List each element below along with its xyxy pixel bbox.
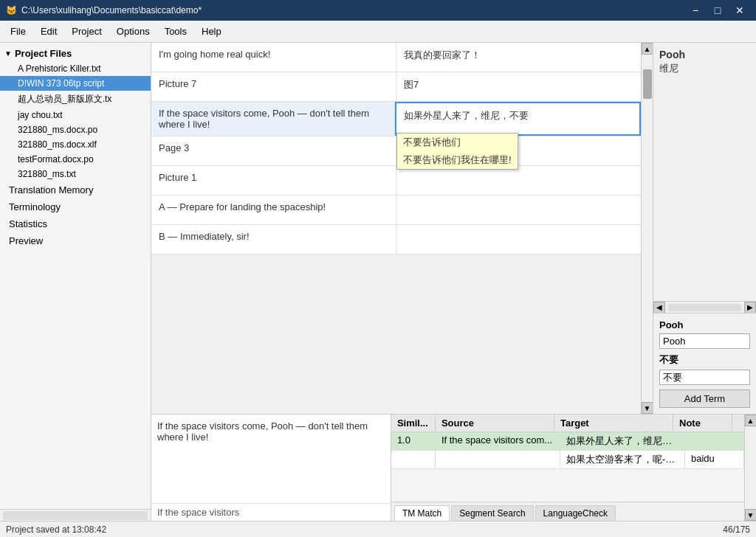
- status-progress: 46/175: [723, 524, 750, 535]
- tm-col-source-header: Source: [436, 415, 554, 432]
- sidebar-item-file-0[interactable]: A Prehistoric Killer.txt: [0, 61, 151, 76]
- vertical-scrollbar[interactable]: ▲ ▼: [641, 43, 653, 414]
- project-files-header[interactable]: ▼ Project Files: [0, 46, 151, 61]
- tm-scroll-up-button[interactable]: ▲: [745, 415, 757, 426]
- status-bar: Project saved at 13:08:42 46/175: [0, 521, 756, 537]
- tab-segment-search[interactable]: Segment Search: [451, 505, 533, 521]
- table-row: B — Immediately, sir!: [151, 225, 641, 254]
- menu-edit[interactable]: Edit: [33, 23, 64, 40]
- rp-field-2-input[interactable]: [659, 370, 750, 385]
- tm-header: Simil... Source Target Note: [391, 415, 744, 432]
- autocomplete-item-1[interactable]: 不要告诉他们我住在哪里!: [397, 151, 518, 169]
- rp-hscroll-left-button[interactable]: ◀: [653, 302, 665, 313]
- right-panel: Pooh 维尼 ◀ ▶ Pooh 不要 Add Term: [653, 43, 756, 414]
- rp-hscroll-right-button[interactable]: ▶: [744, 302, 756, 313]
- sidebar-item-file-3[interactable]: jay chou.txt: [0, 108, 151, 122]
- sidebar-scrollbar-track[interactable]: [3, 511, 148, 520]
- segment-source-4: Picture 1: [151, 166, 396, 195]
- maximize-button[interactable]: □: [707, 3, 728, 18]
- window-title: C:\Users\xulihang\Documents\basiccat\dem…: [21, 5, 202, 15]
- tm-col-right-header: [732, 415, 744, 432]
- segment-target-1[interactable]: 图7: [396, 72, 641, 101]
- tm-scroll-down-button[interactable]: ▼: [745, 509, 757, 521]
- segment-target-text-2: 如果外星人来了，维尼，不要: [404, 110, 529, 121]
- segment-table: I'm going home real quick! 我真的要回家了！ Pict…: [151, 43, 641, 414]
- tm-vertical-scroll[interactable]: ▲ ▼: [744, 415, 756, 521]
- segment-target-0[interactable]: 我真的要回家了！: [396, 43, 641, 72]
- tm-cell-note-0: [685, 432, 744, 450]
- menu-file[interactable]: File: [3, 23, 33, 40]
- add-term-button[interactable]: Add Term: [659, 389, 750, 408]
- tm-row-1: 如果太空游客来了，呢-不... baidu: [391, 451, 744, 469]
- tm-cell-simil-0: 1.0: [391, 432, 436, 450]
- sidebar-item-preview[interactable]: Preview: [0, 232, 151, 249]
- menu-project[interactable]: Project: [64, 23, 109, 40]
- chevron-down-icon: ▼: [4, 49, 12, 58]
- table-row: A — Prepare for landing the spaceship!: [151, 195, 641, 225]
- sidebar-horizontal-scroll[interactable]: [0, 509, 151, 521]
- segments-scroll[interactable]: I'm going home real quick! 我真的要回家了！ Pict…: [151, 43, 641, 414]
- segment-target-2[interactable]: 如果外星人来了，维尼，不要 不要告诉他们 不要告诉他们我住在哪里!: [395, 102, 641, 136]
- bottom-source-text: If the space visitors come, Pooh — don't…: [151, 415, 391, 503]
- menu-tools[interactable]: Tools: [157, 23, 194, 40]
- tab-language-check[interactable]: LanguageCheck: [535, 505, 616, 521]
- tm-col-target-header: Target: [554, 415, 673, 432]
- rp-name-1: Pooh: [659, 49, 750, 60]
- tm-col-simil-header: Simil...: [391, 415, 436, 432]
- rp-field-2-label: 不要: [659, 353, 750, 367]
- tm-row-0: 1.0 If the space visitors com... 如果外星人来了…: [391, 432, 744, 451]
- table-row: Picture 1: [151, 166, 641, 195]
- right-panel-hscroll[interactable]: ◀ ▶: [653, 301, 756, 313]
- title-bar-left: 🐱 C:\Users\xulihang\Documents\basiccat\d…: [6, 5, 202, 15]
- rp-field-1-input[interactable]: [659, 333, 750, 349]
- tab-tm-match[interactable]: TM Match: [394, 505, 450, 521]
- sidebar-item-file-2[interactable]: 超人总动员_新版原文.tx: [0, 91, 151, 108]
- table-row: If the space visitors come, Pooh — don't…: [151, 102, 641, 136]
- title-bar: 🐱 C:\Users\xulihang\Documents\basiccat\d…: [0, 0, 756, 21]
- segment-target-4[interactable]: [396, 166, 641, 195]
- segment-source-0: I'm going home real quick!: [151, 43, 396, 72]
- close-button[interactable]: ✕: [729, 3, 750, 18]
- segment-source-3: Page 3: [151, 136, 396, 165]
- bottom-panel: If the space visitors come, Pooh — don't…: [151, 414, 756, 521]
- menu-options[interactable]: Options: [109, 23, 157, 40]
- project-files-label: Project Files: [15, 48, 72, 59]
- autocomplete-item-0[interactable]: 不要告诉他们: [397, 134, 518, 151]
- scroll-down-button[interactable]: ▼: [642, 402, 653, 414]
- sidebar-item-file-4[interactable]: 321880_ms.docx.po: [0, 122, 151, 137]
- tm-body: 1.0 If the space visitors com... 如果外星人来了…: [391, 432, 744, 469]
- tm-scroll-track[interactable]: [745, 426, 757, 509]
- sidebar-item-translation-memory[interactable]: Translation Memory: [0, 181, 151, 198]
- status-message: Project saved at 13:08:42: [6, 524, 106, 535]
- bottom-right: Simil... Source Target Note 1.0 If the s…: [391, 415, 744, 521]
- table-row: Picture 7 图7: [151, 72, 641, 102]
- tm-tabs: TM Match Segment Search LanguageCheck: [391, 502, 744, 521]
- tm-cell-source-0: If the space visitors com...: [436, 432, 560, 450]
- bottom-source-text2: If the space visitors: [151, 503, 391, 521]
- sidebar-item-statistics[interactable]: Statistics: [0, 215, 151, 232]
- sidebar-item-file-1[interactable]: D!WIN 373 06tp script: [0, 76, 151, 91]
- main: ▼ Project Files A Prehistoric Killer.txt…: [0, 43, 756, 521]
- tm-cell-source-1: [436, 451, 560, 468]
- minimize-button[interactable]: −: [685, 3, 706, 18]
- scroll-thumb[interactable]: [643, 69, 652, 99]
- sidebar-item-file-6[interactable]: testFormat.docx.po: [0, 152, 151, 167]
- segment-target-6[interactable]: [396, 225, 641, 254]
- segment-source-6: B — Immediately, sir!: [151, 225, 396, 254]
- rp-hscroll-track[interactable]: [668, 304, 741, 311]
- scroll-up-button[interactable]: ▲: [642, 43, 653, 55]
- sidebar-item-file-5[interactable]: 321880_ms.docx.xlf: [0, 137, 151, 152]
- scroll-track[interactable]: [642, 55, 653, 402]
- menu-bar: File Edit Project Options Tools Help: [0, 21, 756, 43]
- editor-main: I'm going home real quick! 我真的要回家了！ Pict…: [151, 43, 756, 414]
- segment-target-5[interactable]: [396, 195, 641, 224]
- menu-help[interactable]: Help: [194, 23, 229, 40]
- file-list: A Prehistoric Killer.txt D!WIN 373 06tp …: [0, 61, 151, 181]
- sidebar: ▼ Project Files A Prehistoric Killer.txt…: [0, 43, 151, 521]
- segment-source-2: If the space visitors come, Pooh — don't…: [151, 102, 395, 136]
- autocomplete-dropdown: 不要告诉他们 不要告诉他们我住在哪里!: [396, 133, 518, 170]
- tm-cell-target-1: 如果太空游客来了，呢-不...: [560, 451, 685, 468]
- sidebar-item-terminology[interactable]: Terminology: [0, 198, 151, 215]
- sidebar-item-file-7[interactable]: 321880_ms.txt: [0, 167, 151, 181]
- segment-source-1: Picture 7: [151, 72, 396, 101]
